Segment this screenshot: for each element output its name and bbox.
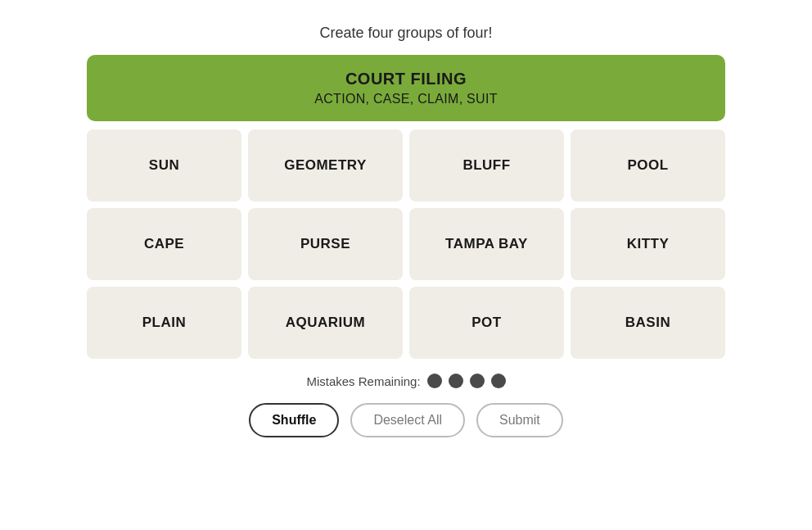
tile-pot[interactable]: POT	[409, 287, 564, 359]
tile-pool[interactable]: POOL	[571, 129, 725, 202]
tile-tampa-bay[interactable]: TAMPA BAY	[409, 208, 564, 280]
solved-group-title: COURT FILING	[103, 70, 709, 88]
tile-aquarium[interactable]: AQUARIUM	[248, 287, 403, 359]
tile-plain[interactable]: PLAIN	[87, 287, 241, 359]
instruction-text: Create four groups of four!	[319, 25, 492, 42]
mistake-dot-2	[449, 374, 463, 388]
tile-bluff[interactable]: BLUFF	[409, 129, 564, 202]
tile-kitty[interactable]: KITTY	[571, 208, 725, 280]
tiles-grid: SUNGEOMETRYBLUFFPOOLCAPEPURSETAMPA BAYKI…	[87, 129, 725, 359]
solved-group-words: ACTION, CASE, CLAIM, SUIT	[103, 92, 709, 106]
game-container: Create four groups of four! COURT FILING…	[87, 16, 725, 437]
solved-group-court-filing: COURT FILING ACTION, CASE, CLAIM, SUIT	[87, 55, 725, 121]
tile-cape[interactable]: CAPE	[87, 208, 241, 280]
deselect-all-button[interactable]: Deselect All	[350, 403, 465, 437]
mistake-dot-1	[427, 374, 442, 388]
tile-basin[interactable]: BASIN	[571, 287, 725, 359]
mistakes-label: Mistakes Remaining:	[306, 374, 420, 388]
submit-button[interactable]: Submit	[476, 403, 563, 437]
mistakes-row: Mistakes Remaining:	[306, 374, 505, 388]
tile-purse[interactable]: PURSE	[248, 208, 403, 280]
tile-geometry[interactable]: GEOMETRY	[248, 129, 403, 202]
mistake-dot-3	[470, 374, 485, 388]
mistake-dot-4	[491, 374, 506, 388]
tile-sun[interactable]: SUN	[87, 129, 241, 202]
buttons-row: Shuffle Deselect All Submit	[249, 403, 563, 437]
shuffle-button[interactable]: Shuffle	[249, 403, 339, 437]
